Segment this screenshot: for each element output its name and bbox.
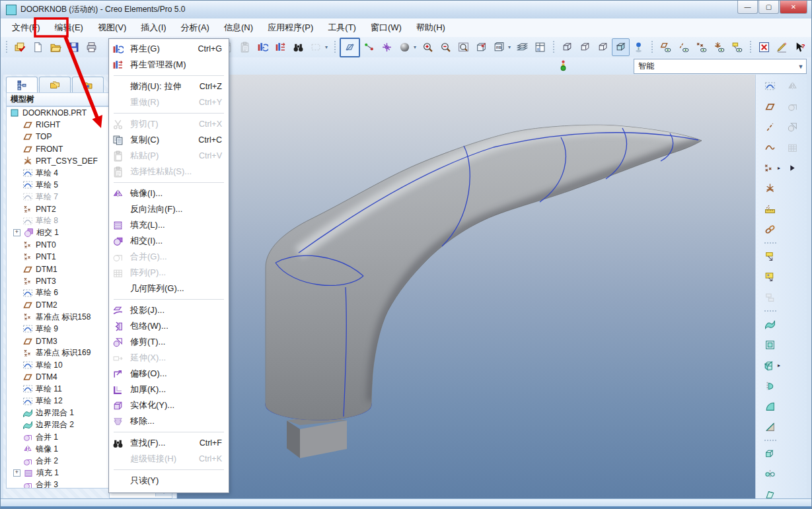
edit-menu-item-regen-manager[interactable]: 再生管理器(M) <box>109 57 229 73</box>
link-tool[interactable] <box>761 221 779 238</box>
menu-edit[interactable]: 编辑(E) <box>49 19 89 36</box>
layers-button[interactable] <box>513 38 531 56</box>
spin-center-toggle[interactable] <box>630 38 647 56</box>
chevron-down-icon[interactable]: ▼ <box>795 63 806 70</box>
selection-box-button[interactable] <box>307 38 325 56</box>
edit-menu-item-wrap[interactable]: 包络(W)... <box>109 318 229 334</box>
no-hidden-button[interactable] <box>594 38 612 56</box>
menu-analysis[interactable]: 分析(A) <box>175 19 215 36</box>
edit-menu-item-offset[interactable]: 偏移(O)... <box>109 366 229 382</box>
round-tool[interactable] <box>761 397 779 415</box>
regeneration-status-icon[interactable] <box>558 59 570 73</box>
view-manager-button[interactable] <box>531 38 549 56</box>
edit-menu-item-mirror[interactable]: 镜像(I)... <box>109 186 229 201</box>
edit-menu-item-intersect[interactable]: 相交(I)... <box>109 233 229 249</box>
minimize-button[interactable]: — <box>737 1 758 14</box>
selection-box-button-dropdown-arrow[interactable]: ▾ <box>325 44 330 50</box>
menu-tools[interactable]: 工具(T) <box>322 19 362 36</box>
edit-menu-item-hyperlink[interactable]: 超级链接(H)Ctrl+K <box>109 451 229 467</box>
plane-display-toggle[interactable] <box>657 38 675 56</box>
saved-views-button[interactable]: RB <box>490 38 508 56</box>
datum-plane-tool[interactable] <box>761 98 779 116</box>
edit-menu-item-read-only[interactable]: 只读(Y) <box>109 473 229 489</box>
edit-menu-item-redo[interactable]: 重做(R)Ctrl+Y <box>109 94 229 110</box>
chamfer-tool[interactable] <box>761 418 779 436</box>
csys-display-toggle[interactable] <box>710 38 728 56</box>
reorient-button[interactable] <box>472 38 490 56</box>
zoom-in-button[interactable] <box>419 38 437 56</box>
edit-menu-item-solidify[interactable]: 实体化(Y)... <box>109 397 229 413</box>
extrude-tool[interactable] <box>760 356 778 374</box>
doorknob-model[interactable] <box>176 75 757 499</box>
zoom-out-button[interactable] <box>437 38 455 56</box>
pattern-feature-button[interactable] <box>784 139 801 156</box>
edit-menu-item-flip-normal[interactable]: 反向法向(F)... <box>109 201 229 217</box>
new-file-button[interactable] <box>29 38 47 56</box>
sketch-tool[interactable] <box>761 77 779 95</box>
title-bar[interactable]: DOORKNOB (活动的) - Creo Elements/Pro 5.0 —… <box>1 1 811 19</box>
datum-curve-tool[interactable] <box>761 139 779 156</box>
sketcher-display-button[interactable] <box>340 38 360 57</box>
menu-view[interactable]: 视图(V) <box>92 19 132 36</box>
note-tool[interactable] <box>761 288 779 306</box>
close-window-button[interactable] <box>755 38 773 56</box>
render-style-button[interactable] <box>396 38 414 56</box>
axis-display-toggle[interactable] <box>675 38 692 56</box>
edit-menu-item-find[interactable]: 查找(F)...Ctrl+F <box>109 435 229 451</box>
selection-filter-combobox[interactable]: 智能 ▼ <box>634 59 807 74</box>
spin-csys-button[interactable] <box>378 38 396 56</box>
edit-menu-item-trim[interactable]: 修剪(T)... <box>109 334 229 350</box>
edit-menu-item-extend[interactable]: 延伸(X)... <box>109 350 229 366</box>
revolve-tool[interactable] <box>761 377 779 395</box>
datum-point-tool-flyout-arrow[interactable]: ▸ <box>778 165 780 171</box>
point-display-toggle[interactable] <box>692 38 710 56</box>
edit-menu-item-paste-special[interactable]: 选择性粘贴(S)... <box>109 164 229 180</box>
edit-menu-item-cut[interactable]: 剪切(T)Ctrl+X <box>109 116 229 132</box>
close-button[interactable]: ✕ <box>780 1 807 14</box>
context-help-button[interactable]: ? <box>791 38 809 56</box>
menu-insert[interactable]: 插入(I) <box>135 19 172 36</box>
menu-help[interactable]: 帮助(H) <box>410 19 451 36</box>
offset-tool[interactable] <box>761 445 779 463</box>
print-button[interactable] <box>83 38 100 56</box>
edit-colors-button[interactable] <box>773 38 791 56</box>
edit-menu-item-thicken[interactable]: 加厚(K)... <box>109 382 229 397</box>
find-button[interactable] <box>289 38 307 56</box>
datum-axis-tool[interactable] <box>761 118 779 136</box>
feature-flyout[interactable] <box>784 159 801 177</box>
tab-model-tree[interactable] <box>6 77 38 93</box>
regen-manager-button[interactable] <box>272 38 289 56</box>
refit-button[interactable] <box>455 38 472 56</box>
edit-menu-item-regenerate[interactable]: 再生(G)Ctrl+G <box>109 41 229 57</box>
edit-menu-item-pattern[interactable]: 阵列(P)... <box>109 265 229 281</box>
menu-applications[interactable]: 应用程序(P) <box>262 19 319 36</box>
edit-menu-item-project[interactable]: 投影(J)... <box>109 302 229 318</box>
trim-feature-button[interactable] <box>784 118 801 136</box>
open-file-button[interactable] <box>47 38 65 56</box>
datum-axes-button[interactable] <box>360 38 378 56</box>
set-working-directory-button[interactable] <box>11 38 29 56</box>
fill-surface-tool[interactable] <box>761 336 779 354</box>
hidden-line-button[interactable] <box>576 38 594 56</box>
tree-expand-toggle[interactable]: + <box>13 229 20 236</box>
datum-csys-tool[interactable] <box>761 180 779 197</box>
annotation-tool[interactable] <box>761 248 779 265</box>
boundary-blend-tool[interactable] <box>761 316 779 333</box>
mirror-feature-button[interactable] <box>784 77 801 95</box>
wireframe-button[interactable] <box>558 38 576 56</box>
edit-menu-item-geometry-pattern[interactable]: 几何阵列(G)... <box>109 281 229 296</box>
menu-info[interactable]: 信息(N) <box>218 19 259 36</box>
edit-menu-item-merge[interactable]: 合并(G)... <box>109 249 229 265</box>
edit-menu-item-copy[interactable]: 复制(C)Ctrl+C <box>109 132 229 148</box>
edit-menu-item-undo[interactable]: 撤消(U): 拉伸Ctrl+Z <box>109 79 229 94</box>
annotation-display-toggle[interactable] <box>728 38 746 56</box>
menu-file[interactable]: 文件(F) <box>6 19 46 36</box>
saved-views-button-dropdown-arrow[interactable]: ▾ <box>508 44 513 50</box>
edit-menu-item-fill[interactable]: 填充(L)... <box>109 217 229 233</box>
edit-menu-item-remove[interactable]: 移除... <box>109 413 229 429</box>
paste-special-button[interactable] <box>236 38 254 56</box>
tree-expand-toggle[interactable]: + <box>13 469 20 477</box>
shaded-button[interactable] <box>612 38 630 56</box>
save-button[interactable] <box>65 38 83 56</box>
render-style-button-dropdown-arrow[interactable]: ▾ <box>414 44 419 50</box>
